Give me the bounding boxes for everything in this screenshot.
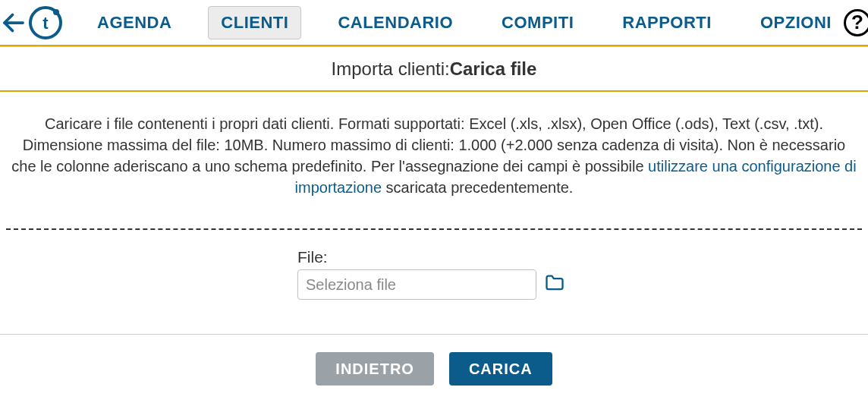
arrow-left-icon	[0, 9, 27, 36]
back-step-button[interactable]: INDIETRO	[316, 352, 434, 386]
back-button[interactable]	[0, 0, 27, 46]
button-bar: INDIETRO CARICA	[0, 335, 868, 403]
help-icon: ?	[844, 9, 868, 36]
browse-file-button[interactable]	[544, 272, 565, 297]
svg-point-2	[53, 9, 59, 15]
divider	[6, 228, 862, 230]
folder-icon	[544, 272, 565, 294]
file-input[interactable]	[297, 269, 536, 300]
file-row: File:	[297, 248, 571, 300]
svg-text:t: t	[42, 14, 49, 33]
page-title-active-step: Carica file	[450, 58, 537, 80]
nav-opzioni[interactable]: OPZIONI	[748, 7, 844, 39]
nav-calendario[interactable]: CALENDARIO	[326, 7, 465, 39]
load-button[interactable]: CARICA	[449, 352, 552, 386]
nav: AGENDA CLIENTI CALENDARIO COMPITI RAPPOR…	[64, 6, 844, 39]
page-title: Importa clienti: Carica file	[0, 46, 868, 92]
help-button[interactable]: ?	[844, 9, 868, 36]
instructions: Caricare i file contenenti i propri dati…	[0, 92, 868, 207]
content-scroll[interactable]: Caricare i file contenenti i propri dati…	[0, 92, 868, 335]
nav-clienti[interactable]: CLIENTI	[208, 6, 301, 39]
topbar: t AGENDA CLIENTI CALENDARIO COMPITI RAPP…	[0, 0, 868, 46]
instructions-text-2: scaricata precedentemente.	[382, 179, 573, 196]
file-label: File:	[297, 248, 328, 266]
logo-icon: t	[27, 5, 64, 41]
page-title-prefix: Importa clienti:	[332, 58, 450, 80]
app-logo: t	[27, 5, 64, 41]
nav-compiti[interactable]: COMPITI	[489, 7, 586, 39]
nav-agenda[interactable]: AGENDA	[85, 7, 184, 39]
nav-rapporti[interactable]: RAPPORTI	[610, 7, 724, 39]
